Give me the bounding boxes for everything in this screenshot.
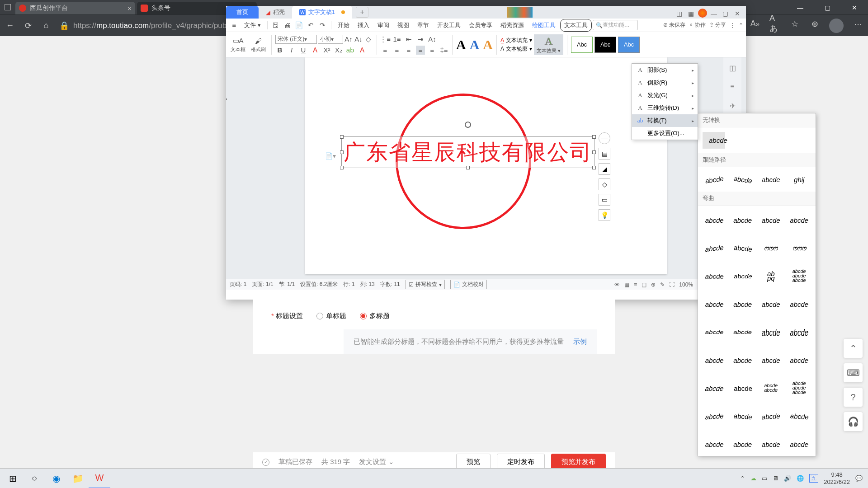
clear-format-icon[interactable]: ◇ bbox=[364, 35, 373, 44]
view-read-icon[interactable]: ⊕ bbox=[651, 282, 656, 288]
start-button[interactable]: ⊞ bbox=[2, 469, 24, 488]
line-spacing-icon[interactable]: ‡≡ bbox=[439, 46, 448, 55]
refresh-icon[interactable]: ⟳ bbox=[23, 20, 33, 31]
effect-transform[interactable]: ab转换(T)▸ bbox=[632, 114, 698, 127]
radio-multi-title[interactable]: 多标题 bbox=[360, 312, 390, 320]
superscript-icon[interactable]: X² bbox=[322, 46, 331, 55]
browser-tab-0[interactable]: 西瓜创作平台 × bbox=[15, 2, 135, 14]
format-painter-group[interactable]: 🖌 格式刷 bbox=[249, 36, 268, 53]
menu-draw-tool[interactable]: 绘图工具 bbox=[528, 19, 559, 31]
proofread-button[interactable]: 📄 文档校对 bbox=[450, 280, 487, 289]
indent-inc-icon[interactable]: ⇥ bbox=[416, 35, 425, 44]
radio-single-title[interactable]: 单标题 bbox=[316, 312, 346, 320]
scroll-top-button[interactable]: ⌃ bbox=[844, 339, 863, 358]
view-outline-icon[interactable]: ≡ bbox=[634, 282, 637, 288]
bend-option[interactable]: abcde bbox=[757, 432, 785, 456]
wordart-style-1[interactable]: A bbox=[456, 37, 466, 52]
align-dist-icon[interactable]: ≡ bbox=[428, 46, 437, 55]
document-page[interactable]: 📄▾ 广东省星辰科技有限公司 — ▤ ◢ ◇ ▭ 💡 bbox=[305, 57, 667, 274]
keyboard-tips-button[interactable]: ⌨ bbox=[844, 363, 863, 382]
indent-dec-icon[interactable]: ⇤ bbox=[404, 35, 413, 44]
resize-handle-e[interactable] bbox=[592, 150, 596, 154]
bend-option[interactable]: abcde bbox=[757, 207, 785, 233]
resize-handle-w[interactable] bbox=[340, 150, 344, 154]
transform-none-option[interactable]: abcde bbox=[703, 132, 725, 149]
unsaved-status[interactable]: ⊘ 未保存 bbox=[663, 21, 685, 29]
bend-option[interactable]: abcde bbox=[786, 316, 813, 349]
layout-options-icon[interactable]: — bbox=[599, 132, 610, 144]
path-circle[interactable]: abcde bbox=[757, 169, 785, 190]
menu-section[interactable]: 章节 bbox=[414, 19, 433, 31]
textbox-group[interactable]: ▭A 文本框 bbox=[229, 36, 247, 53]
menu-view[interactable]: 视图 bbox=[394, 19, 413, 31]
grid-icon[interactable]: ▦ bbox=[686, 9, 696, 19]
feedback-button[interactable]: 🎧 bbox=[844, 412, 863, 431]
bend-option[interactable]: abcde bbox=[757, 316, 785, 349]
menu-text-tool[interactable]: 文本工具 bbox=[560, 19, 592, 32]
status-section[interactable]: 节: 1/1 bbox=[279, 281, 295, 288]
menu-insert[interactable]: 插入 bbox=[354, 19, 373, 31]
bend-option[interactable]: abcde bbox=[729, 234, 757, 262]
collections-icon[interactable]: ⊕ bbox=[809, 19, 820, 29]
bend-option[interactable]: abcde bbox=[701, 234, 728, 262]
bend-option[interactable]: abcde bbox=[786, 291, 813, 317]
bend-option[interactable]: abcdeabcdeabcde bbox=[786, 375, 813, 401]
tray-ime-icon[interactable]: 五 bbox=[809, 474, 818, 483]
bend-option[interactable]: abcde bbox=[729, 323, 757, 341]
bend-option[interactable]: abcde bbox=[757, 291, 785, 317]
bend-option[interactable]: abcde bbox=[786, 432, 813, 456]
system-clock[interactable]: 9:48 2022/6/22 bbox=[824, 471, 850, 485]
file-menu[interactable]: 文件 ▾ bbox=[241, 19, 264, 31]
bend-option[interactable]: abcde bbox=[726, 262, 760, 286]
bend-option[interactable]: abcde bbox=[729, 207, 757, 233]
font-family-select[interactable]: 宋体 (正文) ▾ bbox=[275, 35, 317, 44]
effect-3d-rotate[interactable]: A三维旋转(D)▸ bbox=[632, 102, 698, 114]
window-maximize[interactable]: ▢ bbox=[814, 0, 841, 15]
save-icon[interactable]: 🖫 bbox=[270, 20, 281, 31]
subscript-icon[interactable]: X₂ bbox=[334, 46, 343, 55]
reader-icon[interactable]: Aあ bbox=[769, 19, 780, 29]
wps-user-avatar[interactable] bbox=[698, 9, 707, 18]
zoom-value[interactable]: 100% bbox=[679, 282, 693, 288]
bend-option[interactable]: abcde bbox=[729, 432, 757, 456]
example-link[interactable]: 示例 bbox=[573, 338, 587, 346]
company-name-textbox[interactable]: 广东省星辰科技有限公司 — ▤ ◢ ◇ ▭ 💡 bbox=[341, 136, 594, 168]
text-effects-button[interactable]: A 文本效果 ▾ bbox=[534, 34, 563, 55]
bend-option[interactable]: abcde bbox=[729, 347, 757, 373]
menu-devtools[interactable]: 开发工具 bbox=[434, 19, 464, 31]
bend-option[interactable]: abcde bbox=[701, 432, 728, 456]
number-list-icon[interactable]: 1≡ bbox=[392, 35, 401, 44]
notification-icon[interactable]: 💬 bbox=[855, 475, 863, 482]
wrap-text-icon[interactable]: ▤ bbox=[599, 148, 610, 160]
fill-tool-icon[interactable]: ◢ bbox=[599, 163, 610, 175]
wordart-style-2[interactable]: A bbox=[470, 37, 480, 52]
wps-minimize[interactable]: — bbox=[709, 9, 719, 19]
view-web-icon[interactable]: ◫ bbox=[642, 282, 646, 288]
effect-shadow[interactable]: A阴影(S)▸ bbox=[632, 64, 698, 76]
explorer-icon[interactable]: 📁 bbox=[67, 469, 89, 488]
style-preview-white[interactable]: Abc bbox=[571, 37, 593, 53]
status-page-no[interactable]: 页码: 1 bbox=[230, 281, 246, 288]
menu-review[interactable]: 审阅 bbox=[374, 19, 393, 31]
highlight-icon[interactable]: ab̲ bbox=[346, 46, 355, 55]
tray-battery-icon[interactable]: ▭ bbox=[762, 475, 767, 482]
path-button[interactable]: ghij bbox=[786, 169, 813, 190]
tray-onedrive-icon[interactable]: ☁ bbox=[750, 475, 756, 482]
layout-icon[interactable]: ◫ bbox=[675, 9, 684, 19]
bold-icon[interactable]: B bbox=[275, 46, 284, 55]
menu-start[interactable]: 开始 bbox=[334, 19, 353, 31]
profile-avatar[interactable] bbox=[829, 19, 844, 33]
print-preview-icon[interactable]: 📄 bbox=[294, 20, 305, 31]
text-size-icon[interactable]: A» bbox=[750, 19, 760, 29]
edge-icon[interactable]: ◉ bbox=[45, 469, 67, 488]
window-minimize[interactable]: — bbox=[787, 0, 814, 15]
new-tab-button[interactable]: + bbox=[356, 7, 368, 18]
help-button[interactable]: ? bbox=[844, 388, 863, 407]
rotate-handle[interactable] bbox=[465, 122, 471, 128]
shape-effects-tool-icon[interactable]: ▭ bbox=[599, 194, 610, 206]
search-button[interactable]: ○ bbox=[24, 469, 45, 488]
print-icon[interactable]: 🖨 bbox=[282, 20, 293, 31]
brush-icon[interactable]: ✎ bbox=[660, 282, 665, 288]
resize-handle-s[interactable] bbox=[466, 166, 470, 169]
grow-font-icon[interactable]: A↑ bbox=[344, 35, 353, 44]
